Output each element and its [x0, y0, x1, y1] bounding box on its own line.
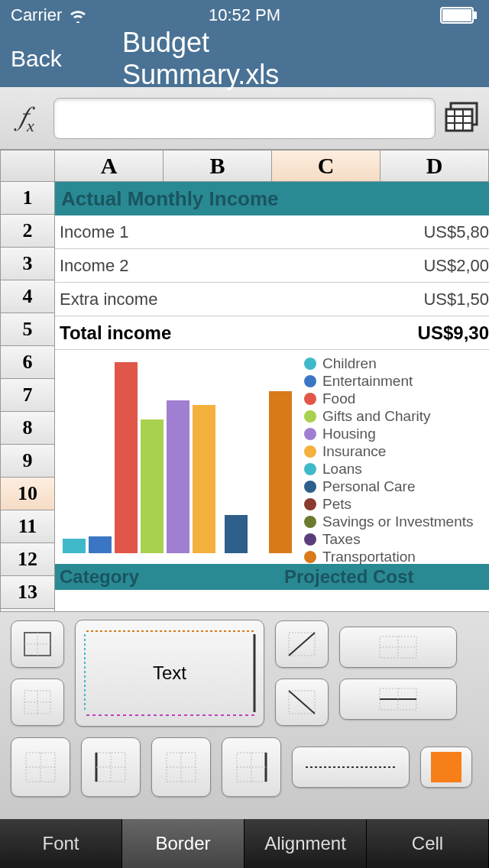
- cell-grid[interactable]: Actual Monthly Income Income 1US$5,80 In…: [55, 182, 489, 611]
- legend-item: Transportation: [304, 548, 489, 565]
- row-header[interactable]: 8: [0, 412, 55, 445]
- border-color-button[interactable]: [420, 747, 472, 788]
- row-header[interactable]: 5: [0, 313, 55, 346]
- legend-item: Savings or Investments: [304, 513, 489, 530]
- row-header[interactable]: 7: [0, 379, 55, 412]
- tab-border[interactable]: Border: [122, 819, 244, 868]
- row-header[interactable]: 13: [0, 576, 55, 609]
- col-header-d[interactable]: D: [381, 150, 489, 182]
- tab-font[interactable]: Font: [0, 819, 122, 868]
- spreadsheet: A B C D 1 2 3 4 5 6 7 8 9 10 11 12 13 14…: [0, 150, 489, 611]
- svg-rect-1: [474, 11, 477, 19]
- status-bar: Carrier 10:52 PM: [0, 0, 489, 31]
- legend-item: Gifts and Charity: [304, 407, 489, 425]
- border-outer-button[interactable]: [11, 620, 64, 668]
- row-header[interactable]: 6: [0, 346, 55, 379]
- border-hmid-button[interactable]: [339, 679, 457, 720]
- chart-bar: [167, 400, 189, 553]
- select-all-corner[interactable]: [0, 150, 55, 182]
- border-style-button[interactable]: [292, 747, 410, 788]
- border-vmid-button[interactable]: [151, 737, 211, 797]
- chart-bar: [63, 539, 86, 553]
- chart-bar: [225, 515, 248, 553]
- column-headers: A B C D: [0, 150, 489, 182]
- row-header[interactable]: 3: [0, 248, 55, 280]
- legend-item: Pets: [304, 495, 489, 513]
- row-header[interactable]: 10: [0, 478, 55, 510]
- row-header[interactable]: 2: [0, 215, 55, 248]
- row-header[interactable]: 14: [0, 609, 55, 611]
- table-row: Income 2US$2,00: [55, 249, 489, 283]
- back-button[interactable]: Back: [11, 46, 62, 72]
- border-right-button[interactable]: [222, 737, 281, 797]
- sheets-icon[interactable]: [443, 102, 481, 135]
- row-header[interactable]: 4: [0, 280, 55, 313]
- col-header-a[interactable]: A: [55, 150, 164, 182]
- legend-item: Entertainment: [304, 372, 489, 390]
- format-tabs: Font Border Alignment Cell: [0, 819, 489, 868]
- clock: 10:52 PM: [209, 5, 280, 25]
- chart-bar: [115, 362, 138, 553]
- legend-item: Taxes: [304, 530, 489, 548]
- legend-item: Children: [304, 355, 489, 372]
- border-preview[interactable]: Text: [75, 620, 264, 727]
- carrier-label: Carrier: [11, 5, 62, 25]
- table-row: Extra incomeUS$1,50: [55, 283, 489, 316]
- border-diag-down-button[interactable]: [275, 679, 329, 726]
- nav-header: Back Budget Summary.xls: [0, 31, 489, 87]
- border-left-button[interactable]: [11, 737, 70, 797]
- category-header-row: Category Projected Cost: [55, 564, 489, 590]
- border-diag-up-button[interactable]: [275, 620, 329, 668]
- row-header[interactable]: 11: [0, 510, 55, 543]
- table-row: Income 1US$5,80: [55, 215, 489, 249]
- border-top-button[interactable]: [339, 627, 457, 668]
- section-header: Actual Monthly Income: [55, 182, 489, 215]
- preview-text: Text: [153, 662, 186, 684]
- chart-bar: [89, 536, 112, 554]
- page-title: Budget Summary.xls: [122, 27, 367, 91]
- fx-icon[interactable]: 𝑓x: [8, 100, 46, 136]
- legend-item: Personal Care: [304, 478, 489, 495]
- tab-cell[interactable]: Cell: [367, 819, 489, 868]
- chart-bar: [269, 391, 292, 554]
- svg-line-22: [289, 691, 315, 714]
- chart-bar: [193, 405, 215, 553]
- row-header[interactable]: 12: [0, 543, 55, 576]
- table-row-total: Total incomeUS$9,30: [55, 316, 489, 350]
- border-none-button[interactable]: [11, 679, 64, 726]
- col-header-c[interactable]: C: [272, 150, 381, 182]
- svg-rect-2: [442, 9, 471, 21]
- col-header-b[interactable]: B: [164, 150, 272, 182]
- row-header[interactable]: 1: [0, 182, 55, 215]
- border-left2-button[interactable]: [81, 737, 141, 797]
- svg-line-20: [289, 633, 315, 656]
- battery-icon: [440, 7, 478, 24]
- legend-item: Food: [304, 390, 489, 407]
- legend-item: Loans: [304, 460, 489, 478]
- row-headers: 1 2 3 4 5 6 7 8 9 10 11 12 13 14: [0, 182, 55, 611]
- format-panel: Text: [0, 611, 489, 819]
- legend-item: Insurance: [304, 442, 489, 460]
- formula-bar: 𝑓x: [0, 87, 489, 150]
- svg-rect-4: [446, 109, 472, 131]
- embedded-chart: ChildrenEntertainmentFoodGifts and Chari…: [55, 350, 489, 564]
- tab-alignment[interactable]: Alignment: [244, 819, 367, 868]
- formula-input[interactable]: [53, 98, 436, 139]
- chart-bar: [141, 419, 164, 553]
- row-header[interactable]: 9: [0, 445, 55, 478]
- wifi-icon: [68, 8, 88, 23]
- legend-item: Housing: [304, 425, 489, 442]
